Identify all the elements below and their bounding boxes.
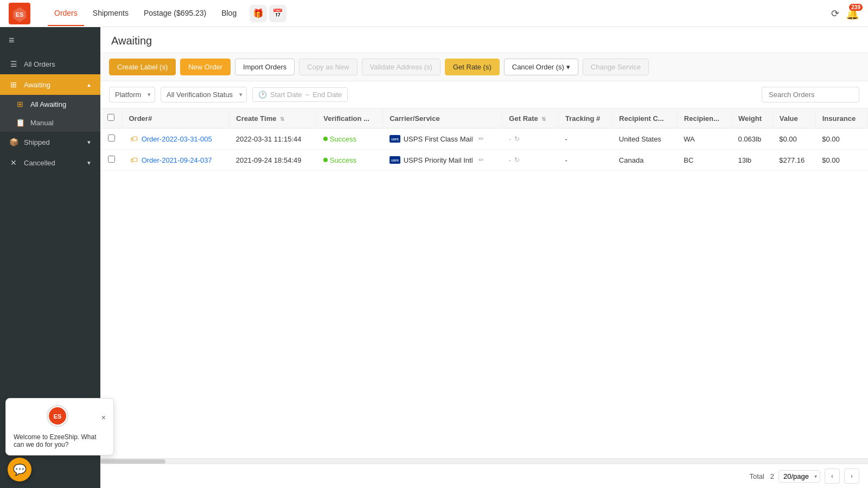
svg-text:ES: ES bbox=[16, 11, 24, 18]
row2-order-link[interactable]: Order-2021-09-24-037 bbox=[142, 156, 212, 164]
row1-order-link[interactable]: Order-2022-03-31-005 bbox=[142, 135, 212, 143]
sidebar-item-all-awaiting[interactable]: ⊞ All Awaiting bbox=[0, 95, 100, 113]
top-nav: ES Orders Shipments Postage ($695.23) Bl… bbox=[0, 0, 868, 27]
gift-icon-btn[interactable]: 🎁 bbox=[250, 5, 267, 22]
search-orders-input[interactable] bbox=[762, 87, 859, 102]
col-create-time[interactable]: Create Time ⇅ bbox=[229, 108, 317, 129]
nav-blog[interactable]: Blog bbox=[215, 1, 243, 26]
sidebar-item-awaiting[interactable]: ⊞ Awaiting ▲ bbox=[0, 74, 100, 95]
col-carrier: Carrier/Service bbox=[383, 108, 502, 129]
row1-create-time-cell: 2022-03-31 11:15:44 bbox=[229, 129, 317, 150]
logo-area: ES bbox=[9, 3, 30, 24]
row1-checkbox[interactable] bbox=[108, 134, 115, 142]
orders-table-wrap: Order# Create Time ⇅ Verification ... Ca… bbox=[100, 108, 868, 458]
new-order-button[interactable]: New Order bbox=[180, 59, 231, 75]
sidebar-awaiting-sub: ⊞ All Awaiting 📋 Manual bbox=[0, 95, 100, 132]
row2-usps-icon: USPS bbox=[390, 156, 400, 164]
col-insurance: Insurance bbox=[815, 108, 867, 129]
row1-usps-icon: USPS bbox=[390, 135, 400, 143]
col-get-rate[interactable]: Get Rate ⇅ bbox=[502, 108, 559, 129]
table-footer: Total 2 20/page ‹ › bbox=[100, 464, 868, 488]
sidebar-label-cancelled: Cancelled bbox=[24, 159, 55, 167]
notification-btn[interactable]: 🔔 239 bbox=[846, 7, 859, 20]
prev-page-btn[interactable]: ‹ bbox=[825, 468, 840, 484]
logo-icon: ES bbox=[9, 3, 30, 24]
chat-bubble: ES × Welcome to EzeeShip. What can we do… bbox=[5, 398, 100, 455]
svg-text:ES: ES bbox=[54, 413, 62, 420]
row2-tracking-cell: - bbox=[558, 150, 612, 171]
nav-right: ⟳ 🔔 239 bbox=[831, 7, 859, 20]
end-date: End Date bbox=[312, 91, 342, 99]
manual-icon: 📋 bbox=[15, 118, 25, 127]
main-layout: ≡ ☰ All Orders ⊞ Awaiting ▲ ⊞ All Awaiti… bbox=[0, 27, 868, 488]
hamburger-icon[interactable]: ≡ bbox=[0, 27, 100, 54]
nav-orders[interactable]: Orders bbox=[48, 1, 84, 26]
sidebar-item-shipped[interactable]: 📦 Shipped ▼ bbox=[0, 132, 100, 152]
date-separator: ~ bbox=[305, 91, 310, 99]
row2-value-cell: $277.16 bbox=[773, 150, 815, 171]
cancelled-chevron-icon: ▼ bbox=[86, 160, 92, 166]
sidebar-label-all-orders: All Orders bbox=[24, 60, 55, 68]
col-order: Order# bbox=[122, 108, 229, 129]
nav-shipments[interactable]: Shipments bbox=[86, 1, 135, 26]
row1-verification-badge: Success bbox=[323, 135, 356, 143]
col-weight: Weight bbox=[731, 108, 773, 129]
svg-text:USPS: USPS bbox=[391, 138, 399, 141]
copy-as-new-button[interactable]: Copy as New bbox=[299, 59, 357, 75]
row2-carrier-inner: USPS USPS Priority Mail Intl ✏ bbox=[390, 156, 496, 164]
row2-verification-label: Success bbox=[330, 156, 356, 164]
row1-tag-icon: 🏷 bbox=[129, 133, 139, 144]
chat-avatar: ES bbox=[47, 405, 68, 427]
row1-rate-refresh-icon[interactable]: ↻ bbox=[514, 135, 520, 143]
row1-carrier-edit-icon[interactable]: ✏ bbox=[478, 135, 484, 143]
row2-verification-cell: Success bbox=[317, 150, 383, 171]
nav-links: Orders Shipments Postage ($695.23) Blog … bbox=[48, 1, 818, 26]
sidebar-item-manual[interactable]: 📋 Manual bbox=[0, 113, 100, 132]
row2-recipient-state-cell: BC bbox=[677, 150, 731, 171]
nav-postage[interactable]: Postage ($695.23) bbox=[137, 1, 213, 26]
filters-row: Platform All Verification Status 🕐 Start… bbox=[100, 81, 868, 108]
row2-insurance-cell: $0.00 bbox=[815, 150, 867, 171]
row1-carrier-cell: USPS USPS First Class Mail ✏ bbox=[383, 129, 502, 150]
date-range-filter[interactable]: 🕐 Start Date ~ End Date bbox=[252, 87, 348, 102]
change-service-button[interactable]: Change Service bbox=[583, 59, 649, 75]
get-rate-button[interactable]: Get Rate (s) bbox=[445, 59, 500, 75]
sidebar-item-all-orders[interactable]: ☰ All Orders bbox=[0, 54, 100, 74]
select-all-checkbox[interactable] bbox=[107, 114, 114, 121]
next-page-btn[interactable]: › bbox=[844, 468, 859, 484]
awaiting-icon: ⊞ bbox=[9, 80, 18, 89]
horizontal-scrollbar[interactable] bbox=[100, 458, 868, 464]
per-page-select[interactable]: 20/page bbox=[778, 470, 820, 483]
row2-tag-icon: 🏷 bbox=[129, 155, 139, 165]
calendar-icon-btn[interactable]: 📅 bbox=[269, 5, 286, 22]
total-label: Total 2 bbox=[749, 472, 774, 480]
row1-weight-cell: 0.063lb bbox=[731, 129, 773, 150]
table-row: 🏷 Order-2022-03-31-005 2022-03-31 11:15:… bbox=[100, 129, 868, 150]
import-orders-button[interactable]: Import Orders bbox=[235, 59, 295, 75]
validate-address-button[interactable]: Validate Address (s) bbox=[362, 59, 441, 75]
row1-order-cell: 🏷 Order-2022-03-31-005 bbox=[122, 129, 229, 150]
col-verification: Verification ... bbox=[317, 108, 383, 129]
row1-rate-value: - bbox=[509, 135, 511, 143]
row2-checkbox[interactable] bbox=[108, 156, 115, 163]
row1-get-rate-cell: - ↻ bbox=[502, 129, 559, 150]
sidebar-item-cancelled[interactable]: ✕ Cancelled ▼ bbox=[0, 152, 100, 173]
platform-filter-wrap: Platform bbox=[109, 87, 155, 102]
chat-widget-btn[interactable]: 💬 bbox=[8, 458, 31, 481]
row1-insurance-cell: $0.00 bbox=[815, 129, 867, 150]
create-label-button[interactable]: Create Label (s) bbox=[109, 59, 176, 75]
row2-rate-refresh-icon[interactable]: ↻ bbox=[514, 156, 520, 164]
row2-carrier-edit-icon[interactable]: ✏ bbox=[478, 156, 484, 164]
col-recipient-state: Recipien... bbox=[677, 108, 731, 129]
cancel-order-button[interactable]: Cancel Order (s) ▾ bbox=[504, 59, 578, 75]
refresh-icon-btn[interactable]: ⟳ bbox=[831, 8, 839, 20]
platform-filter[interactable]: Platform bbox=[109, 87, 155, 102]
row2-recipient-country-cell: Canada bbox=[612, 150, 677, 171]
row1-select-cell bbox=[100, 129, 122, 150]
col-value: Value bbox=[773, 108, 815, 129]
row2-carrier-cell: USPS USPS Priority Mail Intl ✏ bbox=[383, 150, 502, 171]
scroll-thumb[interactable] bbox=[100, 459, 165, 464]
verification-filter[interactable]: All Verification Status bbox=[161, 87, 247, 102]
all-orders-icon: ☰ bbox=[9, 60, 18, 68]
row2-select-cell bbox=[100, 150, 122, 171]
